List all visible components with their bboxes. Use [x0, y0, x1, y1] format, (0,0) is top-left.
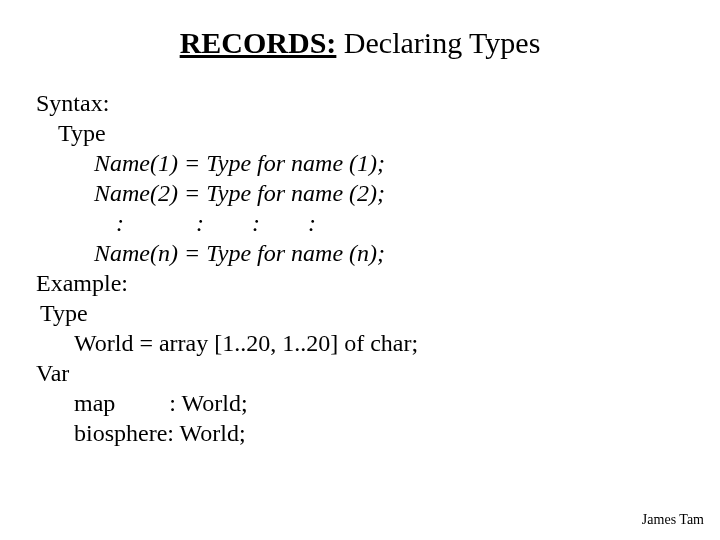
- slide-body: Syntax: Type Name(1) = Type for name (1)…: [36, 88, 418, 448]
- example-biosphere-decl: biosphere: World;: [36, 418, 418, 448]
- title-bold: RECORDS:: [180, 26, 337, 59]
- syntax-line-1: Name(1) = Type for name (1);: [36, 148, 418, 178]
- example-label: Example:: [36, 268, 418, 298]
- footer-author: James Tam: [642, 512, 704, 528]
- slide-title: RECORDS: Declaring Types: [0, 26, 720, 60]
- title-rest: Declaring Types: [336, 26, 540, 59]
- syntax-line-n: Name(n) = Type for name (n);: [36, 238, 418, 268]
- syntax-line-2: Name(2) = Type for name (2);: [36, 178, 418, 208]
- example-map-decl: map : World;: [36, 388, 418, 418]
- example-var-keyword: Var: [36, 358, 418, 388]
- example-world-decl: World = array [1..20, 1..20] of char;: [36, 328, 418, 358]
- syntax-label: Syntax:: [36, 88, 418, 118]
- example-type-keyword: Type: [36, 298, 418, 328]
- type-keyword: Type: [36, 118, 418, 148]
- syntax-line-dots: : : : :: [36, 208, 418, 238]
- slide: RECORDS: Declaring Types Syntax: Type Na…: [0, 0, 720, 540]
